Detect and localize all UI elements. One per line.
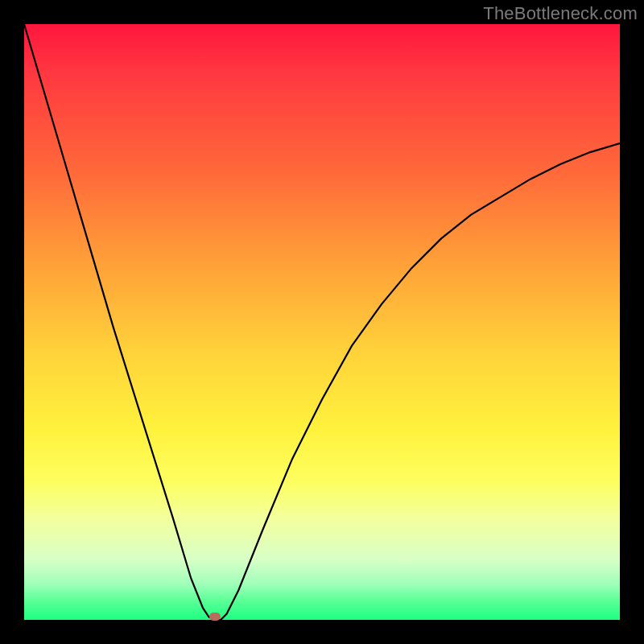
chart-frame: TheBottleneck.com: [0, 0, 644, 644]
bottleneck-curve: [24, 24, 620, 620]
minimum-marker: [209, 613, 221, 621]
plot-area: [24, 24, 620, 620]
curve-path: [24, 24, 620, 620]
attribution-label: TheBottleneck.com: [483, 3, 638, 24]
